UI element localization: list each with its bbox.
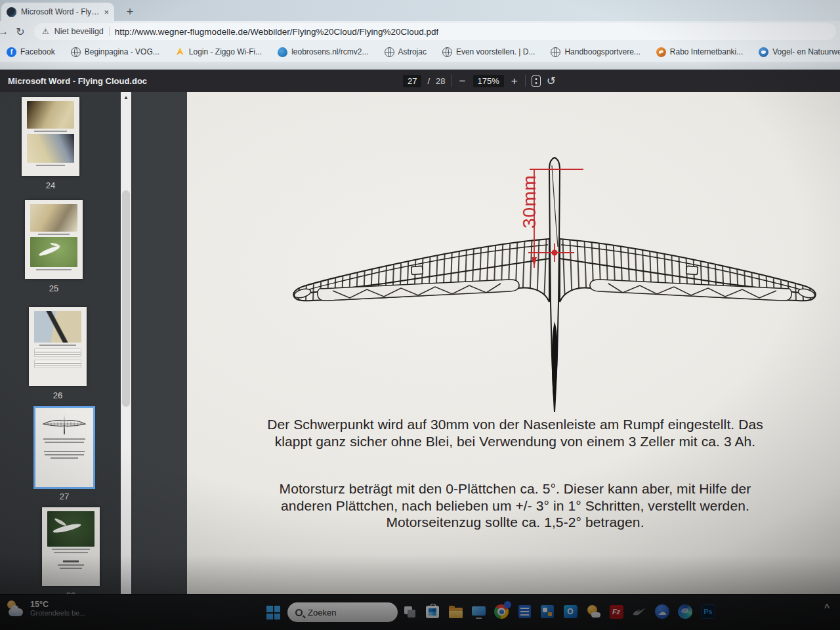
thumbnail-page-26[interactable]: 26 <box>29 307 87 400</box>
msn-weather-button[interactable] <box>585 604 601 620</box>
desktop-app-button[interactable] <box>471 604 486 620</box>
globe-icon <box>551 47 560 57</box>
url-field[interactable]: ⚠ Niet beveiligd http://www.wegner-flugm… <box>34 23 836 40</box>
motor-paragraph: Motorsturz beträgt mit den 0-Plättchen c… <box>217 480 814 531</box>
bookmark-handboogsport[interactable]: Handboogsportvere... <box>551 47 640 57</box>
microsoft-store-icon <box>426 606 439 618</box>
microsoft-store-button[interactable] <box>425 604 440 620</box>
weather-widget[interactable]: 15°C Grotendeels be... <box>7 600 85 618</box>
bookmark-label: leobrosens.nl/rcmv2... <box>291 47 368 56</box>
msn-people-icon <box>541 605 554 618</box>
chip-divider <box>109 27 110 36</box>
not-secure-chip[interactable]: Niet beveiligd <box>54 27 104 36</box>
monitor-photo: Microsoft Word - Flying Cloud.. × + → ↻ … <box>0 0 840 630</box>
photoshop-icon: Ps <box>701 604 715 619</box>
tab-close-icon[interactable]: × <box>104 8 109 16</box>
not-secure-warning-icon: ⚠ <box>42 27 49 36</box>
bookmark-astrojac[interactable]: Astrojac <box>385 47 427 57</box>
bookmarks-bar: f Facebook Beginpagina - VOG... Login - … <box>0 42 840 62</box>
taskbar-icon-row: O Fz ☁ Ps <box>402 604 716 620</box>
partly-cloudy-icon <box>7 600 25 618</box>
bookmark-beginpagina[interactable]: Beginpagina - VOG... <box>71 47 159 57</box>
bird-app-button[interactable] <box>631 604 647 620</box>
reload-icon[interactable]: ↻ <box>12 26 29 38</box>
facebook-icon: f <box>7 47 16 57</box>
page-number-input[interactable]: 27 <box>403 75 421 87</box>
page-separator: / <box>427 76 430 86</box>
globe-icon <box>71 47 81 57</box>
weather-temperature: 15°C <box>30 600 85 609</box>
filezilla-button[interactable]: Fz <box>608 604 624 620</box>
tab-favicon-icon <box>7 7 16 17</box>
edge-icon <box>678 604 692 619</box>
start-button[interactable] <box>266 606 280 620</box>
bookmark-label: Handboogsportvere... <box>564 47 640 56</box>
bookmark-label: Facebook <box>20 47 55 56</box>
tray-chevron-icon[interactable]: ^ <box>824 602 830 613</box>
scroll-up-icon[interactable]: ▲ <box>121 92 131 102</box>
thumbnail-number: 24 <box>22 180 79 190</box>
thumbnail-preview <box>22 97 79 176</box>
bird-icon <box>632 606 646 618</box>
msn-weather-icon <box>586 604 600 619</box>
bookmark-label: Astrojac <box>398 47 427 56</box>
cloud-app-button[interactable]: ☁ <box>654 604 670 620</box>
chrome-button[interactable] <box>494 604 509 620</box>
filezilla-icon: Fz <box>610 605 623 619</box>
paragraph-line: klappt ganz sicher ohne Blei, bei Verwen… <box>217 433 814 450</box>
outlook-button[interactable]: O <box>562 604 578 620</box>
bookmark-vogel-natuur[interactable]: Vogel- en Natuurwe... <box>759 47 840 57</box>
rabobank-icon <box>656 47 666 57</box>
rotate-icon[interactable]: ↺ <box>547 75 556 87</box>
file-explorer-button[interactable] <box>448 604 463 620</box>
edge-button[interactable] <box>677 604 693 620</box>
thumbnail-page-27-selected[interactable]: 27 <box>35 408 93 501</box>
paragraph-line: Motorseitenzug sollte ca. 1,5-2° betrage… <box>217 514 814 531</box>
thumbnail-page-24[interactable]: 24 <box>22 97 79 190</box>
cloud-icon: ☁ <box>655 604 669 619</box>
forward-icon[interactable]: → <box>0 26 12 37</box>
search-label: Zoeken <box>308 608 336 618</box>
notepad-button[interactable] <box>516 604 532 620</box>
paragraph-line: Motorsturz beträgt mit den 0-Plättchen c… <box>217 480 814 497</box>
pdf-toolbar-controls: 27 / 28 − 175% + ↺ <box>403 75 556 87</box>
dimension-30mm-label: 30mm <box>519 175 539 228</box>
thumbnail-number: 27 <box>35 492 93 501</box>
cg-paragraph: Der Schwerpunkt wird auf 30mm von der Na… <box>217 416 814 450</box>
sidebar-scrollbar[interactable]: ▲ <box>121 92 131 594</box>
taskbar-search[interactable]: Zoeken <box>287 602 398 622</box>
bookmark-label: Vogel- en Natuurwe... <box>772 47 840 56</box>
address-bar-row: → ↻ ⚠ Niet beveiligd http://www.wegner-f… <box>0 21 840 42</box>
globe-icon <box>385 47 394 57</box>
thumbnail-page-25[interactable]: 25 <box>25 200 83 293</box>
bookmark-rabobank[interactable]: Rabo Internetbanki... <box>656 47 743 57</box>
zoom-in-button[interactable]: + <box>510 75 519 87</box>
bookmark-label: Rabo Internetbanki... <box>670 47 743 56</box>
thumbnail-page-28[interactable]: 28 <box>42 507 100 600</box>
zoom-out-button[interactable]: − <box>458 75 467 87</box>
bookmark-even-voorstellen[interactable]: Even voorstellen. | D... <box>442 47 536 57</box>
task-view-icon <box>404 606 415 618</box>
thumbnail-number: 25 <box>25 284 83 293</box>
msn-people-button[interactable] <box>539 604 555 620</box>
thumbnail-preview <box>42 507 100 586</box>
content-top-strip <box>0 62 840 70</box>
task-view-button[interactable] <box>402 604 417 620</box>
thumbnail-number: 26 <box>29 390 87 400</box>
thumbnail-preview <box>25 200 83 279</box>
thumbnail-preview <box>35 408 93 487</box>
drupal-drop-icon <box>278 47 287 57</box>
fit-page-icon[interactable] <box>532 75 541 87</box>
browser-tab[interactable]: Microsoft Word - Flying Cloud.. × <box>1 3 114 21</box>
bookmark-ziggo[interactable]: Login - Ziggo Wi-Fi... <box>175 47 262 57</box>
scrollbar-thumb[interactable] <box>122 190 130 407</box>
new-tab-button[interactable]: + <box>122 4 138 20</box>
zoom-level: 175% <box>473 75 504 87</box>
file-explorer-icon <box>449 608 463 618</box>
bookmark-facebook[interactable]: f Facebook <box>7 47 55 57</box>
monitor-icon <box>472 606 486 616</box>
photoshop-button[interactable]: Ps <box>700 604 716 620</box>
notepad-icon <box>518 605 531 618</box>
bookmark-leobrosens[interactable]: leobrosens.nl/rcmv2... <box>278 47 368 57</box>
bookmark-label: Login - Ziggo Wi-Fi... <box>189 47 262 56</box>
